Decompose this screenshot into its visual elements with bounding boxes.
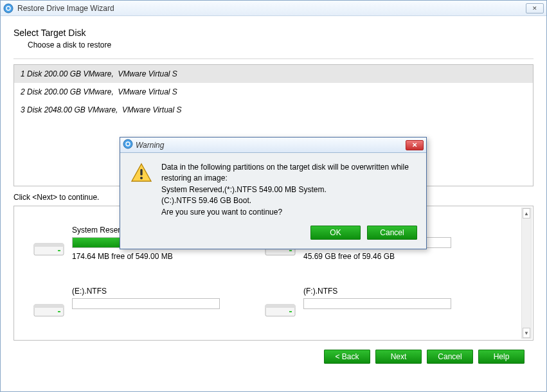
- cancel-button[interactable]: Cancel: [367, 226, 417, 240]
- partition-free: [72, 313, 239, 322]
- window-title: Restore Drive Image Wizard: [17, 4, 526, 13]
- partition-label: (E:).NTFS: [72, 287, 239, 296]
- svg-rect-3: [58, 250, 60, 251]
- dialog-title: Warning: [136, 141, 406, 150]
- disk-row[interactable]: 2 Disk 200.00 GB VMware, VMware Virtual …: [14, 83, 533, 101]
- svg-point-16: [140, 177, 143, 179]
- close-icon[interactable]: ✕: [526, 3, 544, 13]
- disk-row[interactable]: 3 Disk 2048.00 GB VMware, VMware Virtual…: [14, 101, 533, 119]
- dialog-actions: OK Cancel: [120, 222, 426, 249]
- next-button[interactable]: Next: [375, 350, 422, 364]
- svg-rect-6: [289, 250, 292, 251]
- partition-item[interactable]: (E:).NTFS: [33, 287, 239, 322]
- svg-rect-8: [34, 305, 64, 308]
- button-bar: < Back Next Cancel Help: [13, 346, 534, 364]
- back-button[interactable]: < Back: [324, 350, 370, 364]
- app-icon: [123, 139, 133, 151]
- divider: [13, 58, 534, 59]
- partition-body: (F:).NTFS: [303, 287, 471, 322]
- page-heading: Select Target Disk: [13, 28, 534, 38]
- dialog-titlebar: Warning ✕: [120, 138, 426, 153]
- svg-rect-9: [58, 311, 60, 312]
- drive-icon: [33, 237, 64, 259]
- drive-icon: [265, 298, 296, 320]
- partition-free: [303, 313, 471, 322]
- svg-rect-2: [34, 244, 64, 247]
- wizard-window: Restore Drive Image Wizard ✕ Select Targ…: [0, 0, 547, 392]
- svg-point-13: [123, 139, 132, 148]
- warning-icon: [130, 162, 152, 218]
- partition-item[interactable]: (F:).NTFS: [265, 287, 471, 322]
- svg-rect-11: [265, 305, 295, 308]
- close-icon[interactable]: ✕: [406, 140, 424, 150]
- svg-point-0: [4, 4, 13, 13]
- partition-free: 45.69 GB free of 59.46 GB: [303, 252, 471, 261]
- scrollbar[interactable]: ▲ ▼: [521, 208, 532, 339]
- usage-bar: [303, 298, 451, 309]
- svg-rect-15: [140, 169, 142, 175]
- usage-bar: [72, 298, 220, 309]
- dialog-message: Data in the following partitions on the …: [161, 162, 416, 218]
- drive-icon: [33, 298, 64, 320]
- partition-body: (E:).NTFS: [72, 287, 239, 322]
- ok-button[interactable]: OK: [310, 226, 361, 240]
- cancel-button[interactable]: Cancel: [427, 350, 473, 364]
- partition-label: (F:).NTFS: [303, 287, 471, 296]
- svg-rect-12: [289, 311, 292, 312]
- disk-row[interactable]: 1 Disk 200.00 GB VMware, VMware Virtual …: [14, 65, 533, 83]
- help-button[interactable]: Help: [478, 350, 525, 364]
- app-icon: [3, 3, 13, 13]
- partition-free: 174.64 MB free of 549.00 MB: [72, 252, 239, 261]
- page-subheading: Choose a disk to restore: [28, 40, 534, 49]
- scroll-up-icon[interactable]: ▲: [523, 208, 530, 218]
- warning-dialog: Warning ✕ Data in the following partitio…: [120, 137, 427, 249]
- dialog-body: Data in the following partitions on the …: [120, 153, 426, 222]
- scroll-down-icon[interactable]: ▼: [523, 328, 530, 338]
- titlebar: Restore Drive Image Wizard ✕: [1, 1, 546, 16]
